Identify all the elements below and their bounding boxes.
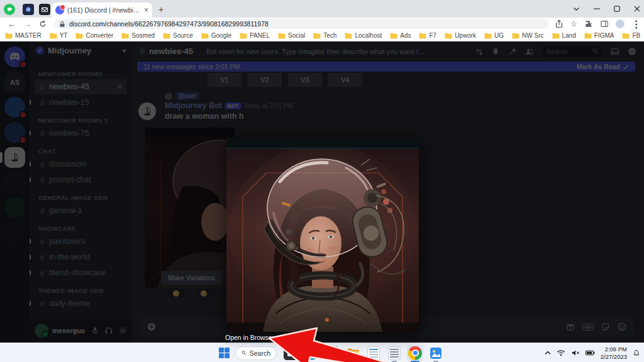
browser-toolbar: ← → discord.com/channels/662267976984297… <box>0 18 644 30</box>
pinned-tab-line-icon[interactable] <box>4 4 15 15</box>
address-bar[interactable]: discord.com/channels/662267976984297473/… <box>54 19 548 29</box>
window-close-button[interactable] <box>634 6 640 12</box>
bookmark-yt[interactable]: YT <box>50 32 68 39</box>
bookmark-sosmed[interactable]: Sosmed <box>121 32 155 39</box>
volume-muted-icon[interactable] <box>571 349 580 356</box>
discord-favicon <box>55 6 64 14</box>
generated-image[interactable] <box>226 138 419 332</box>
bookmark-star-icon[interactable]: ☆ <box>570 19 577 28</box>
new-tab-button[interactable]: + <box>158 4 164 14</box>
bookmark-google[interactable]: Google <box>201 32 231 39</box>
folder-icon <box>278 33 286 39</box>
search-icon <box>242 349 247 356</box>
bookmark-ads[interactable]: Ads <box>390 32 411 39</box>
bookmark-source[interactable]: Source <box>163 32 193 39</box>
clock-time: 2:09 PM <box>601 346 627 353</box>
folder-icon <box>75 33 83 39</box>
taskbar-clock[interactable]: 2:09 PM 2/27/2023 <box>601 346 627 361</box>
back-button[interactable]: ← <box>8 19 16 29</box>
battery-icon[interactable] <box>586 350 595 356</box>
bookmark-fb[interactable]: FB <box>622 32 640 39</box>
clock-date: 2/27/2023 <box>601 353 627 361</box>
bookmark-master[interactable]: MASTER <box>5 32 42 39</box>
bookmark-nw-src[interactable]: NW Src <box>512 32 543 39</box>
side-panel-icon[interactable] <box>600 19 609 28</box>
bookmark-converter[interactable]: Converter <box>75 32 113 39</box>
browser-chrome: (161) Discord | #newbies-45 | M... × + ←… <box>0 0 644 41</box>
share-icon[interactable] <box>555 19 564 28</box>
lock-icon <box>59 21 65 28</box>
folder-icon <box>201 33 209 39</box>
annotation-arrow <box>252 324 447 362</box>
screen: (161) Discord | #newbies-45 | M... × + ←… <box>0 0 644 362</box>
profile-avatar[interactable] <box>616 19 625 28</box>
window-maximize-button[interactable] <box>614 6 620 12</box>
tab-title: (161) Discord | #newbies-45 | M... <box>67 6 141 14</box>
folder-icon <box>390 33 397 39</box>
folder-icon <box>552 33 560 39</box>
folder-icon <box>484 33 492 39</box>
folder-icon <box>163 33 170 39</box>
notification-bell-icon[interactable] <box>633 349 640 357</box>
folder-icon <box>512 33 519 39</box>
tab-search-chevron-icon[interactable] <box>573 6 580 11</box>
tab-close-icon[interactable]: × <box>144 6 148 14</box>
folder-icon <box>313 33 321 39</box>
folder-icon <box>419 33 426 39</box>
image-lightbox: Open in Browser <box>226 138 419 332</box>
bookmark-f7[interactable]: F7 <box>419 32 436 39</box>
reload-button[interactable] <box>39 20 47 28</box>
url-text: discord.com/channels/662267976984297473/… <box>69 20 269 28</box>
folder-icon <box>584 33 592 39</box>
wifi-icon[interactable] <box>557 349 565 356</box>
discord-app: AS ✓ Midjourney ▾ <box>0 41 644 343</box>
tab-strip: (161) Discord | #newbies-45 | M... × + <box>0 0 644 18</box>
bookmark-localhost[interactable]: Localhost <box>345 32 382 39</box>
folder-icon <box>445 33 452 39</box>
bookmark-ug[interactable]: UG <box>484 32 504 39</box>
extensions-puzzle-icon[interactable] <box>584 19 593 28</box>
pinned-tab-mail-icon[interactable] <box>39 4 50 15</box>
forward-button[interactable]: → <box>23 19 31 29</box>
bookmark-panel[interactable]: PANEL <box>240 32 270 39</box>
folder-icon <box>50 33 57 39</box>
bookmark-social[interactable]: Social <box>278 32 305 39</box>
folder-icon <box>5 33 13 39</box>
bookmark-upwork[interactable]: Upwork <box>445 32 476 39</box>
start-button[interactable] <box>219 348 230 358</box>
window-minimize-button[interactable] <box>594 6 600 12</box>
pinned-tab-dark-app-icon[interactable] <box>23 4 34 15</box>
bookmarks-bar: MASTERYTConverterSosmedSourceGooglePANEL… <box>0 30 644 41</box>
bookmark-tech[interactable]: Tech <box>313 32 336 39</box>
folder-icon <box>121 33 129 39</box>
bookmark-figma[interactable]: FIGMA <box>584 32 614 39</box>
folder-icon <box>240 33 247 39</box>
browser-tab-discord[interactable]: (161) Discord | #newbies-45 | M... × <box>52 3 152 18</box>
browser-menu-icon[interactable]: ⋮ <box>631 18 641 30</box>
tray-chevron-up-icon[interactable] <box>545 351 551 355</box>
folder-icon <box>345 33 352 39</box>
folder-icon <box>622 33 630 39</box>
bookmark-land[interactable]: Land <box>552 32 576 39</box>
